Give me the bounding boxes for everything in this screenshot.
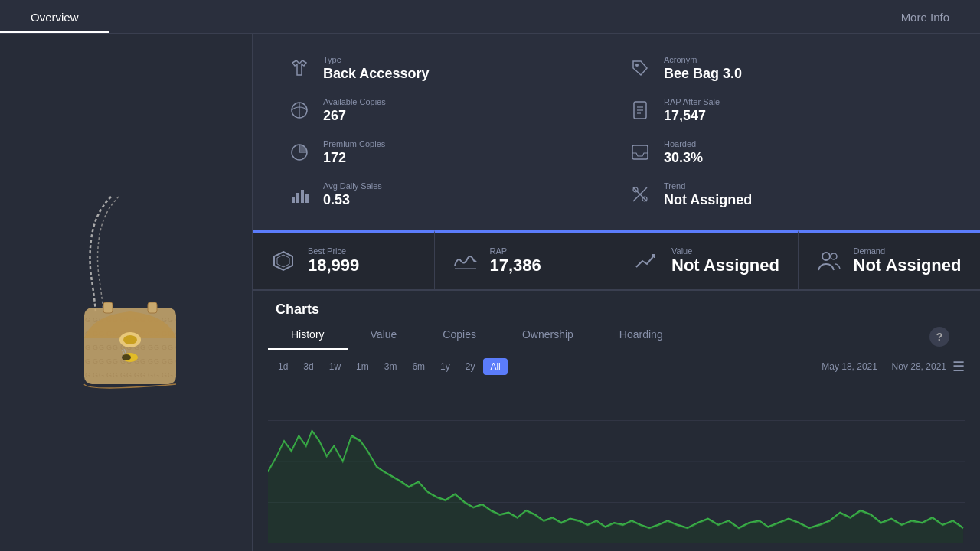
best-price-label: Best Price [308, 246, 359, 256]
bar-chart-icon [286, 181, 312, 207]
overview-grid: Type Back Accessory Available Copies 267 [253, 34, 980, 230]
people-icon [815, 247, 843, 275]
svg-point-21 [635, 64, 639, 67]
svg-rect-20 [305, 194, 309, 203]
time-btn-all[interactable]: All [483, 358, 507, 375]
tab-overview[interactable]: Overview [0, 3, 109, 33]
date-range: May 18, 2021 — Nov 28, 2021 ☰ [822, 358, 965, 375]
chart-tab-copies[interactable]: Copies [420, 321, 499, 350]
best-price-value: 18,999 [308, 256, 359, 276]
wave-icon [452, 247, 479, 275]
chart-tab-history[interactable]: History [268, 321, 348, 350]
type-value: Back Accessory [323, 66, 429, 82]
time-btn-1y[interactable]: 1y [433, 358, 457, 375]
rap-text: RAP 17,386 [490, 246, 541, 276]
avg-daily-sales-label: Avg Daily Sales [323, 181, 382, 191]
avg-daily-sales-text: Avg Daily Sales 0.53 [323, 181, 382, 208]
demand-value: Not Assigned [854, 256, 962, 276]
rap-after-sale-text: RAP After Sale 17,547 [664, 97, 720, 124]
time-btn-6m[interactable]: 6m [405, 358, 432, 375]
value-label: Value [671, 246, 779, 256]
charts-section: Charts History Value Copies Ownership Ho… [253, 291, 980, 551]
trend-label: Trend [664, 181, 752, 191]
hoarded-label: Hoarded [664, 139, 703, 148]
trend-text: Trend Not Assigned [664, 181, 752, 208]
type-label: Type [323, 55, 429, 64]
info-rap-after-sale: RAP After Sale 17,547 [616, 90, 957, 132]
svg-rect-26 [632, 145, 648, 159]
info-left-col: Type Back Accessory Available Copies 267 [276, 47, 616, 216]
time-btn-3d[interactable]: 3d [296, 358, 320, 375]
time-btn-2y[interactable]: 2y [459, 358, 482, 375]
right-panel: Type Back Accessory Available Copies 267 [253, 34, 980, 551]
item-image-panel: G G [0, 34, 253, 551]
history-chart-svg [268, 380, 965, 543]
rap-label: RAP [490, 246, 541, 256]
info-type: Type Back Accessory [276, 47, 616, 90]
svg-point-5 [123, 335, 137, 344]
time-range-bar: 1d 3d 1w 1m 3m 6m 1y 2y All May 18, 2021… [268, 350, 965, 380]
svg-rect-11 [148, 302, 157, 313]
hex-icon [270, 247, 297, 275]
metric-rap: RAP 17,386 [435, 230, 617, 289]
scissors-icon [627, 181, 653, 207]
available-copies-label: Available Copies [323, 97, 386, 106]
metric-value: Value Not Assigned [616, 230, 799, 289]
info-available-copies: Available Copies 267 [276, 90, 616, 132]
top-tabs: Overview More Info [0, 0, 980, 34]
chart-tab-value[interactable]: Value [348, 321, 420, 350]
value-value: Not Assigned [671, 256, 779, 276]
metric-best-price: Best Price 18,999 [253, 230, 435, 289]
info-premium-copies: Premium Copies 172 [276, 132, 616, 174]
acronym-text: Acronym Bee Bag 3.0 [664, 55, 742, 82]
charts-title: Charts [268, 291, 965, 321]
time-btn-1m[interactable]: 1m [349, 358, 376, 375]
svg-rect-18 [296, 193, 299, 203]
time-btn-1w[interactable]: 1w [322, 358, 348, 375]
time-btn-3m[interactable]: 3m [377, 358, 404, 375]
info-avg-daily-sales: Avg Daily Sales 0.53 [276, 174, 616, 216]
chart-tab-ownership[interactable]: Ownership [499, 321, 596, 350]
value-text: Value Not Assigned [671, 246, 779, 276]
pie-icon [286, 139, 312, 165]
svg-rect-10 [103, 302, 113, 313]
tab-more-info[interactable]: More Info [871, 3, 980, 33]
premium-copies-label: Premium Copies [323, 139, 385, 148]
doc-icon [627, 97, 653, 123]
trending-icon [633, 247, 661, 275]
svg-marker-32 [277, 255, 289, 267]
premium-copies-value: 172 [323, 150, 385, 166]
info-acronym: Acronym Bee Bag 3.0 [616, 47, 957, 90]
chart-area [268, 380, 965, 543]
inbox-icon [627, 139, 653, 165]
metric-demand: Demand Not Assigned [799, 230, 981, 289]
svg-point-7 [122, 354, 131, 360]
demand-label: Demand [854, 246, 962, 256]
trend-value: Not Assigned [664, 192, 752, 208]
shirt-icon [286, 55, 312, 81]
info-bubble-button[interactable]: ? [929, 327, 949, 347]
available-copies-text: Available Copies 267 [323, 97, 386, 124]
main-content: G G [0, 34, 980, 551]
date-range-text: May 18, 2021 — Nov 28, 2021 [822, 361, 946, 372]
chart-tabs: History Value Copies Ownership Hoarding … [268, 321, 965, 350]
tag-icon [627, 55, 653, 81]
premium-copies-text: Premium Copies 172 [323, 139, 385, 166]
avg-daily-sales-value: 0.53 [323, 192, 382, 208]
svg-point-35 [831, 253, 837, 259]
acronym-value: Bee Bag 3.0 [664, 66, 742, 82]
circle-icon [286, 97, 312, 123]
chart-tab-hoarding[interactable]: Hoarding [596, 321, 686, 350]
svg-rect-17 [292, 197, 295, 203]
best-price-text: Best Price 18,999 [308, 246, 359, 276]
hoarded-text: Hoarded 30.3% [664, 139, 703, 166]
item-image: G G [50, 189, 203, 396]
time-btn-1d[interactable]: 1d [271, 358, 295, 375]
hoarded-value: 30.3% [664, 150, 703, 166]
svg-rect-19 [301, 190, 304, 203]
type-text: Type Back Accessory [323, 55, 429, 82]
info-trend: Trend Not Assigned [616, 174, 957, 216]
metric-cards: Best Price 18,999 RAP 17,386 [253, 230, 980, 291]
menu-icon[interactable]: ☰ [952, 358, 965, 375]
rap-after-sale-label: RAP After Sale [664, 97, 720, 106]
